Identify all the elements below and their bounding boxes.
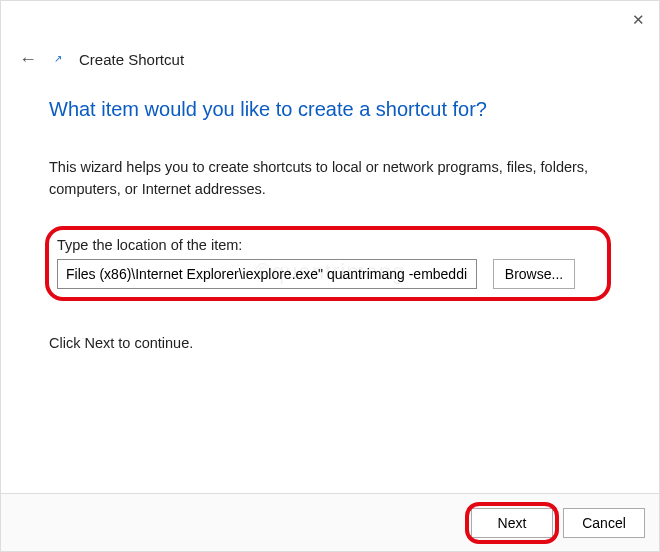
shortcut-icon: ↗: [51, 53, 65, 67]
continue-hint: Click Next to continue.: [49, 335, 611, 351]
browse-button[interactable]: Browse...: [493, 259, 575, 289]
description-text: This wizard helps you to create shortcut…: [49, 157, 611, 201]
page-heading: What item would you like to create a sho…: [49, 98, 611, 121]
wizard-footer: Next Cancel: [1, 493, 659, 551]
back-arrow-icon: ←: [19, 49, 37, 69]
location-row: Browse...: [57, 259, 603, 289]
close-icon: ✕: [632, 11, 645, 28]
close-button[interactable]: ✕: [632, 11, 645, 29]
back-button[interactable]: ←: [19, 49, 37, 70]
wizard-title: Create Shortcut: [79, 51, 184, 68]
wizard-header: ← ↗ Create Shortcut: [1, 1, 659, 70]
location-section: Type the location of the item: Browse...: [49, 231, 611, 299]
location-label: Type the location of the item:: [57, 237, 603, 253]
location-input[interactable]: [57, 259, 477, 289]
next-button[interactable]: Next: [471, 508, 553, 538]
wizard-content: What item would you like to create a sho…: [1, 70, 659, 351]
next-button-wrap: Next: [471, 508, 553, 538]
cancel-button[interactable]: Cancel: [563, 508, 645, 538]
